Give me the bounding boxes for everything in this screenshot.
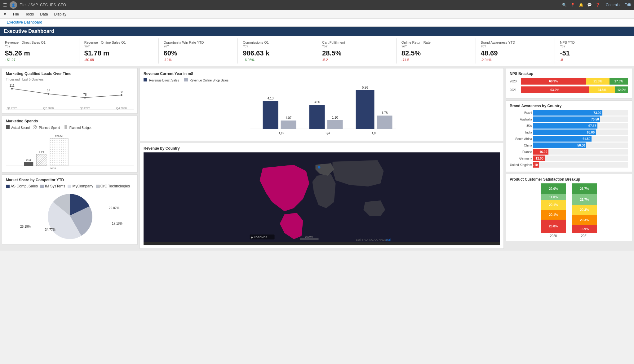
nps-bar-0: 60.9%21.8%17.3% <box>521 78 628 85</box>
svg-rect-25 <box>263 101 278 129</box>
kpi-label-7: NPS YTD <box>560 40 629 45</box>
svg-text:2.21: 2.21 <box>39 151 44 154</box>
kpi-delta-4: -5.2 <box>322 58 391 62</box>
svg-rect-29 <box>309 105 325 129</box>
nps-year-0: 2020 <box>510 80 519 83</box>
brand-bar-outer-4: 61.50 <box>533 136 628 142</box>
svg-text:88: 88 <box>120 90 123 94</box>
brand-bar-label-4: 61.50 <box>583 137 590 141</box>
leads-subtitle: Thousand | Last 5 Quarters <box>6 78 134 81</box>
sat-seg-1-0: 21.7% <box>572 183 597 194</box>
kpi-value-1: $1.78 m <box>84 49 153 57</box>
rev-direct-legend: Revenue Direct Sales <box>144 78 179 82</box>
sat-seg-0-4: 26.8% <box>541 220 566 233</box>
kpi-sub-5: YoY <box>401 45 471 48</box>
spends-bar-chart: 0.11 2.21 126.59 2021 <box>6 132 134 169</box>
hamburger-icon[interactable]: ☰ <box>3 2 7 7</box>
brand-bar-outer-6: 16.00 <box>533 149 628 155</box>
kpi-item-6: Brand Awareness YTD YoY 48.69 -2.94% <box>476 38 555 64</box>
breadcrumb: Files / SAP_CEC_IES_CEO <box>20 3 560 7</box>
leads-line-chart: 111 92 78 88 Q1 2020 Q2 2020 Q3 2020 Q4 … <box>6 82 134 110</box>
sat-bar-0: 22.0%11.0%20.1%20.1%26.8% <box>541 183 566 233</box>
svg-rect-31 <box>327 120 343 129</box>
svg-text:Q1: Q1 <box>372 131 377 135</box>
pie-label-2: 17.18% <box>112 222 122 225</box>
revenue-bar-svg: 4.13 1.07 3.60 1.10 5.26 1.78 Q3 Q4 <box>144 84 500 137</box>
brand-bar-label-8: 6.10 <box>532 163 538 167</box>
edit-button[interactable]: Edit <box>624 3 631 7</box>
svg-point-40 <box>318 166 321 169</box>
sat-seg-1-2: 20.3% <box>572 205 597 215</box>
menu-file[interactable]: File <box>13 12 19 16</box>
brand-bar-label-6: 16.00 <box>539 150 547 154</box>
kpi-label-0: Revenue - Direct Sales Q1 <box>5 40 74 45</box>
tab-executive-dashboard[interactable]: Executive Dashboard <box>3 19 46 26</box>
help-icon[interactable]: ❓ <box>596 3 600 7</box>
brand-bar-fill-5: 56.00 <box>533 143 586 148</box>
chat-icon[interactable]: 💬 <box>587 3 592 7</box>
menu-bar: ▼ File Tools Data Display <box>0 10 634 19</box>
menu-display[interactable]: Display <box>54 12 66 16</box>
brand-country-2: USA <box>510 124 532 128</box>
kpi-label-5: Online Return Rate <box>401 40 471 45</box>
kpi-label-2: Opportunity Win Rate YTD <box>164 40 233 45</box>
sat-seg-1-4: 15.9% <box>572 225 597 233</box>
brand-bar-fill-6: 16.00 <box>533 149 548 155</box>
brand-bar-label-7: 12.00 <box>536 157 543 160</box>
svg-text:1.10: 1.10 <box>332 116 338 119</box>
nps-bar-1: 63.2%24.8%12.0% <box>521 86 628 93</box>
spends-title: Marketing Spends <box>6 119 134 123</box>
brand-bar-outer-0: 73.00 <box>533 110 628 116</box>
svg-text:1.78: 1.78 <box>382 111 388 115</box>
kpi-delta-6: -2.94% <box>481 58 550 62</box>
dashboard-header: Executive Dashboard <box>0 27 634 36</box>
brand-bar-outer-8: 6.10 <box>533 162 628 168</box>
brand-row-4: South Africa 61.50 <box>510 136 628 142</box>
location-icon[interactable]: 📍 <box>570 3 575 7</box>
sat-col-0: 22.0%11.0%20.1%20.1%26.8% 2020 <box>541 183 566 238</box>
brand-bar-outer-7: 12.00 <box>533 156 628 161</box>
sat-year-0: 2020 <box>550 234 557 238</box>
brand-country-1: Australia <box>510 118 532 121</box>
pie-label-3: 34.77% <box>45 228 55 231</box>
controls-button[interactable]: Controls <box>606 3 620 7</box>
kpi-value-7: -51 <box>560 49 629 57</box>
pie-wrapper: 22.87% 17.18% 34.77% 25.19% <box>45 191 95 241</box>
brand-bar-outer-3: 66.00 <box>533 129 628 135</box>
sat-seg-1-3: 20.3% <box>572 215 597 225</box>
collapse-icon[interactable]: ▼ <box>3 12 7 16</box>
brand-bar-fill-0: 73.00 <box>533 110 602 116</box>
kpi-sub-2: YoY <box>164 45 233 48</box>
kpi-value-6: 48.69 <box>481 49 550 57</box>
sat-seg-0-3: 20.1% <box>541 210 566 220</box>
kpi-row: Revenue - Direct Sales Q1 YoY $5.26 m +$… <box>0 36 634 66</box>
menu-data[interactable]: Data <box>40 12 48 16</box>
brand-rows: Brazil 73.00 Australia 70.50 USA 67.67 I… <box>510 110 628 168</box>
pie-label-1: 22.87% <box>109 206 119 210</box>
kpi-value-5: 82.5% <box>401 49 471 57</box>
search-icon[interactable]: 🔍 <box>562 3 567 7</box>
notification-icon[interactable]: 🔔 <box>579 3 583 7</box>
menu-tools[interactable]: Tools <box>25 12 34 16</box>
top-bar: ☰ 👤 Files / SAP_CEC_IES_CEO 🔍 📍 🔔 💬 ❓ Co… <box>0 0 634 10</box>
kpi-label-1: Revenue - Online Sales Q1 <box>84 40 153 45</box>
brand-country-3: India <box>510 131 532 134</box>
nps-title: NPS Breakup <box>510 72 628 76</box>
leads-chart-area: 111 92 78 88 Q1 2020 Q2 2020 Q3 2020 Q4 … <box>6 82 134 110</box>
svg-text:esri: esri <box>386 238 391 241</box>
svg-text:78: 78 <box>83 93 87 96</box>
kpi-sub-6: YoY <box>481 45 550 48</box>
kpi-delta-1: -$0.08 <box>84 58 153 62</box>
brand-country-8: United Kingdom <box>510 163 532 167</box>
map-area: ▶ LEGENDS 2000mi Esri, FAO, NOAA, NRCan … <box>144 152 500 245</box>
actual-legend-label: Actual Spend <box>11 126 30 129</box>
brand-bar-label-5: 56.00 <box>577 144 585 147</box>
market-share-title: Market Share by Competitor YTD <box>6 178 134 182</box>
kpi-delta-0: +$1.27 <box>5 58 74 62</box>
svg-text:Q2 2020: Q2 2020 <box>43 107 54 110</box>
kpi-sub-4: YoY <box>322 45 391 48</box>
kpi-value-4: 28.5% <box>322 49 391 57</box>
svg-point-2 <box>47 93 49 95</box>
kpi-sub-7: YoY <box>560 45 629 48</box>
dashboard-title: Executive Dashboard <box>4 29 54 34</box>
